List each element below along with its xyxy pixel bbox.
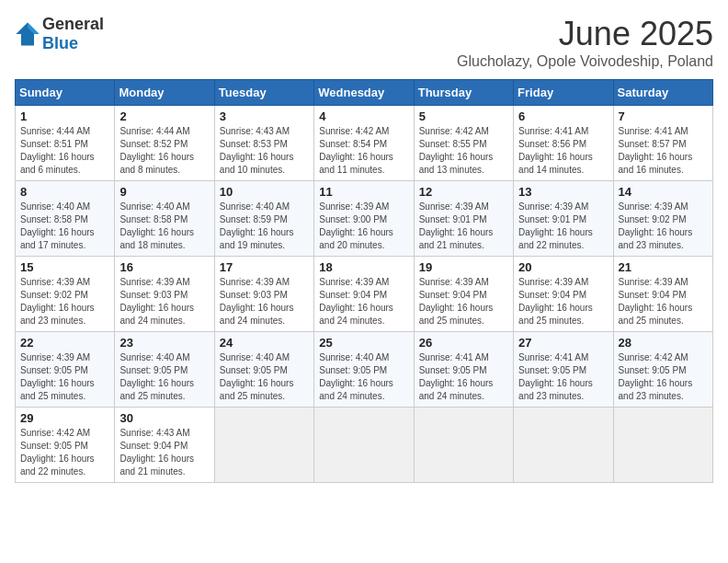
logo-blue: Blue bbox=[42, 34, 78, 52]
calendar-cell: 2Sunrise: 4:44 AM Sunset: 8:52 PM Daylig… bbox=[115, 106, 214, 181]
calendar-cell: 1Sunrise: 4:44 AM Sunset: 8:51 PM Daylig… bbox=[16, 106, 115, 181]
logo: General Blue bbox=[15, 15, 104, 53]
day-info: Sunrise: 4:39 AM Sunset: 9:01 PM Dayligh… bbox=[419, 201, 508, 252]
calendar-cell: 9Sunrise: 4:40 AM Sunset: 8:58 PM Daylig… bbox=[115, 181, 214, 257]
day-number: 19 bbox=[419, 260, 508, 274]
day-number: 16 bbox=[119, 260, 209, 274]
day-number: 30 bbox=[119, 411, 209, 425]
day-number: 24 bbox=[220, 336, 309, 350]
calendar-header-wednesday: Wednesday bbox=[314, 80, 414, 106]
header: General Blue June 2025 Glucholazy, Opole… bbox=[15, 15, 713, 70]
day-info: Sunrise: 4:40 AM Sunset: 8:58 PM Dayligh… bbox=[20, 201, 109, 252]
day-number: 22 bbox=[20, 336, 109, 350]
day-number: 15 bbox=[20, 260, 109, 274]
day-info: Sunrise: 4:39 AM Sunset: 9:02 PM Dayligh… bbox=[619, 201, 708, 252]
calendar-cell: 4Sunrise: 4:42 AM Sunset: 8:54 PM Daylig… bbox=[314, 106, 414, 181]
logo-icon bbox=[15, 21, 40, 47]
calendar-header-sunday: Sunday bbox=[16, 80, 115, 106]
calendar-cell: 15Sunrise: 4:39 AM Sunset: 9:02 PM Dayli… bbox=[16, 257, 115, 332]
day-info: Sunrise: 4:39 AM Sunset: 9:04 PM Dayligh… bbox=[319, 276, 408, 327]
calendar-header-friday: Friday bbox=[514, 80, 613, 106]
day-info: Sunrise: 4:39 AM Sunset: 9:04 PM Dayligh… bbox=[419, 276, 508, 327]
day-info: Sunrise: 4:41 AM Sunset: 8:56 PM Dayligh… bbox=[518, 125, 608, 177]
day-info: Sunrise: 4:42 AM Sunset: 8:55 PM Dayligh… bbox=[419, 125, 508, 177]
day-number: 9 bbox=[119, 185, 209, 199]
calendar-cell: 10Sunrise: 4:40 AM Sunset: 8:59 PM Dayli… bbox=[214, 181, 313, 257]
calendar-cell: 29Sunrise: 4:42 AM Sunset: 9:05 PM Dayli… bbox=[16, 408, 115, 483]
day-number: 6 bbox=[518, 109, 608, 123]
day-info: Sunrise: 4:43 AM Sunset: 8:53 PM Dayligh… bbox=[220, 125, 309, 177]
day-info: Sunrise: 4:42 AM Sunset: 9:05 PM Dayligh… bbox=[20, 427, 109, 478]
calendar-cell: 27Sunrise: 4:41 AM Sunset: 9:05 PM Dayli… bbox=[514, 332, 613, 408]
day-number: 3 bbox=[220, 109, 309, 123]
calendar-cell: 20Sunrise: 4:39 AM Sunset: 9:04 PM Dayli… bbox=[514, 257, 613, 332]
calendar-cell: 14Sunrise: 4:39 AM Sunset: 9:02 PM Dayli… bbox=[613, 181, 712, 257]
month-title: June 2025 bbox=[457, 15, 713, 53]
calendar-header-row: SundayMondayTuesdayWednesdayThursdayFrid… bbox=[16, 80, 713, 106]
calendar-cell: 11Sunrise: 4:39 AM Sunset: 9:00 PM Dayli… bbox=[314, 181, 414, 257]
day-info: Sunrise: 4:40 AM Sunset: 8:59 PM Dayligh… bbox=[220, 201, 309, 252]
title-section: June 2025 Glucholazy, Opole Voivodeship,… bbox=[457, 15, 713, 70]
day-info: Sunrise: 4:39 AM Sunset: 9:01 PM Dayligh… bbox=[518, 201, 608, 252]
calendar-table: SundayMondayTuesdayWednesdayThursdayFrid… bbox=[15, 79, 713, 483]
calendar-cell bbox=[613, 408, 712, 483]
calendar-header-saturday: Saturday bbox=[613, 80, 712, 106]
calendar-week-row: 15Sunrise: 4:39 AM Sunset: 9:02 PM Dayli… bbox=[16, 257, 713, 332]
day-number: 29 bbox=[20, 411, 109, 425]
day-number: 21 bbox=[619, 260, 708, 274]
day-info: Sunrise: 4:39 AM Sunset: 9:04 PM Dayligh… bbox=[518, 276, 608, 327]
calendar-cell: 30Sunrise: 4:43 AM Sunset: 9:04 PM Dayli… bbox=[115, 408, 214, 483]
calendar-cell: 5Sunrise: 4:42 AM Sunset: 8:55 PM Daylig… bbox=[414, 106, 513, 181]
day-info: Sunrise: 4:42 AM Sunset: 9:05 PM Dayligh… bbox=[619, 351, 708, 403]
day-info: Sunrise: 4:40 AM Sunset: 9:05 PM Dayligh… bbox=[119, 351, 209, 403]
calendar-cell bbox=[514, 408, 613, 483]
day-info: Sunrise: 4:44 AM Sunset: 8:51 PM Dayligh… bbox=[20, 125, 109, 177]
day-info: Sunrise: 4:41 AM Sunset: 8:57 PM Dayligh… bbox=[619, 125, 708, 177]
day-number: 28 bbox=[619, 336, 708, 350]
day-number: 26 bbox=[419, 336, 508, 350]
calendar-cell: 16Sunrise: 4:39 AM Sunset: 9:03 PM Dayli… bbox=[115, 257, 214, 332]
calendar-cell: 26Sunrise: 4:41 AM Sunset: 9:05 PM Dayli… bbox=[414, 332, 513, 408]
day-info: Sunrise: 4:41 AM Sunset: 9:05 PM Dayligh… bbox=[518, 351, 608, 403]
calendar-cell: 8Sunrise: 4:40 AM Sunset: 8:58 PM Daylig… bbox=[16, 181, 115, 257]
day-number: 4 bbox=[319, 109, 408, 123]
day-number: 5 bbox=[419, 109, 508, 123]
calendar-cell: 12Sunrise: 4:39 AM Sunset: 9:01 PM Dayli… bbox=[414, 181, 513, 257]
day-info: Sunrise: 4:39 AM Sunset: 9:02 PM Dayligh… bbox=[20, 276, 109, 327]
calendar-week-row: 1Sunrise: 4:44 AM Sunset: 8:51 PM Daylig… bbox=[16, 106, 713, 181]
day-number: 17 bbox=[220, 260, 309, 274]
calendar-header-monday: Monday bbox=[115, 80, 214, 106]
day-number: 20 bbox=[518, 260, 608, 274]
day-info: Sunrise: 4:39 AM Sunset: 9:00 PM Dayligh… bbox=[319, 201, 408, 252]
day-number: 27 bbox=[518, 336, 608, 350]
calendar-cell: 7Sunrise: 4:41 AM Sunset: 8:57 PM Daylig… bbox=[613, 106, 712, 181]
day-info: Sunrise: 4:39 AM Sunset: 9:04 PM Dayligh… bbox=[619, 276, 708, 327]
day-info: Sunrise: 4:43 AM Sunset: 9:04 PM Dayligh… bbox=[119, 427, 209, 478]
day-info: Sunrise: 4:40 AM Sunset: 9:05 PM Dayligh… bbox=[319, 351, 408, 403]
calendar-cell: 23Sunrise: 4:40 AM Sunset: 9:05 PM Dayli… bbox=[115, 332, 214, 408]
day-number: 11 bbox=[319, 185, 408, 199]
calendar-week-row: 29Sunrise: 4:42 AM Sunset: 9:05 PM Dayli… bbox=[16, 408, 713, 483]
calendar-cell bbox=[214, 408, 313, 483]
day-number: 7 bbox=[619, 109, 708, 123]
calendar-cell: 18Sunrise: 4:39 AM Sunset: 9:04 PM Dayli… bbox=[314, 257, 414, 332]
day-number: 2 bbox=[119, 109, 209, 123]
day-info: Sunrise: 4:39 AM Sunset: 9:03 PM Dayligh… bbox=[220, 276, 309, 327]
calendar-cell: 25Sunrise: 4:40 AM Sunset: 9:05 PM Dayli… bbox=[314, 332, 414, 408]
calendar-week-row: 22Sunrise: 4:39 AM Sunset: 9:05 PM Dayli… bbox=[16, 332, 713, 408]
calendar-cell: 13Sunrise: 4:39 AM Sunset: 9:01 PM Dayli… bbox=[514, 181, 613, 257]
day-number: 18 bbox=[319, 260, 408, 274]
day-number: 8 bbox=[20, 185, 109, 199]
calendar-cell: 3Sunrise: 4:43 AM Sunset: 8:53 PM Daylig… bbox=[214, 106, 313, 181]
day-number: 23 bbox=[119, 336, 209, 350]
calendar-cell: 19Sunrise: 4:39 AM Sunset: 9:04 PM Dayli… bbox=[414, 257, 513, 332]
calendar-cell: 22Sunrise: 4:39 AM Sunset: 9:05 PM Dayli… bbox=[16, 332, 115, 408]
day-number: 14 bbox=[619, 185, 708, 199]
calendar-cell: 6Sunrise: 4:41 AM Sunset: 8:56 PM Daylig… bbox=[514, 106, 613, 181]
calendar-header-tuesday: Tuesday bbox=[214, 80, 313, 106]
day-info: Sunrise: 4:41 AM Sunset: 9:05 PM Dayligh… bbox=[419, 351, 508, 403]
calendar-cell: 24Sunrise: 4:40 AM Sunset: 9:05 PM Dayli… bbox=[214, 332, 313, 408]
location-title: Glucholazy, Opole Voivodeship, Poland bbox=[457, 53, 713, 70]
day-number: 13 bbox=[518, 185, 608, 199]
day-number: 25 bbox=[319, 336, 408, 350]
